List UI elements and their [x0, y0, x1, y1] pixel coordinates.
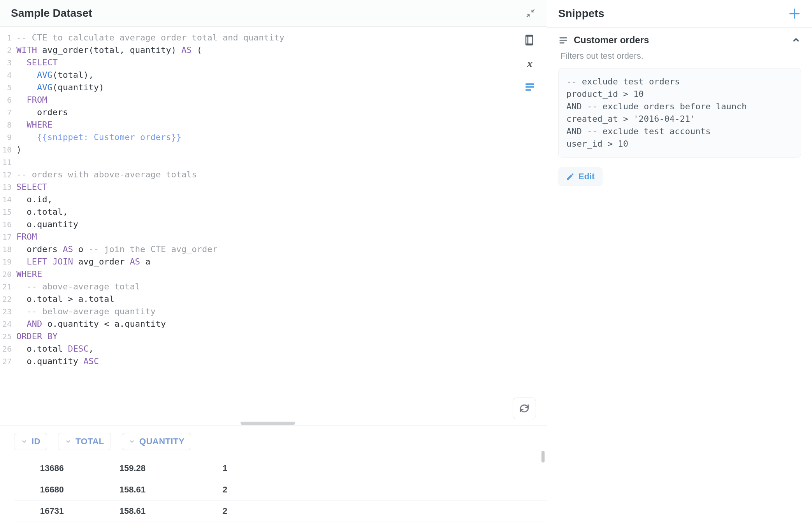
column-header-id[interactable]: ID [14, 433, 47, 450]
cell-quantity: 2 [169, 485, 227, 495]
variables-icon[interactable]: x [524, 57, 536, 70]
cell-total: 158.61 [87, 485, 146, 495]
code-line[interactable]: ) [16, 144, 500, 156]
cell-id: 16680 [17, 485, 64, 495]
chevron-down-icon [21, 438, 28, 445]
code-line[interactable]: WHERE [16, 119, 500, 131]
horizontal-scrollbar[interactable] [0, 422, 547, 426]
snippet-name: Customer orders [574, 35, 649, 46]
sql-editor[interactable]: 1234567891011121314151617181920212223242… [0, 27, 547, 424]
column-header-label: ID [32, 436, 40, 447]
vertical-scrollbar[interactable] [541, 451, 545, 462]
snippet-code: -- exclude test orders product_id > 10 A… [558, 68, 801, 158]
svg-rect-0 [526, 83, 534, 85]
edit-button-label: Edit [578, 172, 595, 182]
editor-header: Sample Dataset [0, 0, 547, 27]
column-header-quantity[interactable]: QUANTITY [122, 433, 191, 450]
code-line[interactable]: o.total > a.total [16, 293, 500, 305]
chevron-down-icon [65, 438, 72, 445]
code-line[interactable] [16, 156, 500, 168]
cell-quantity: 1 [169, 463, 227, 473]
code-line[interactable]: LEFT JOIN avg_order AS a [16, 256, 500, 268]
code-line[interactable]: orders AS o -- join the CTE avg_order [16, 243, 500, 256]
svg-rect-2 [526, 89, 531, 91]
code-line[interactable]: -- above-average total [16, 280, 500, 293]
code-line[interactable]: o.total DESC, [16, 343, 500, 355]
svg-rect-5 [559, 42, 564, 43]
dataset-title: Sample Dataset [11, 7, 92, 19]
snippets-header: Snippets [547, 0, 812, 28]
table-row[interactable]: 16731158.612 [14, 501, 547, 522]
code-line[interactable]: o.total, [16, 206, 500, 218]
column-headers: IDTOTALQUANTITY [14, 433, 547, 450]
editor-toolbar: x [524, 34, 536, 93]
code-line[interactable]: AVG(quantity) [16, 81, 500, 94]
code-line[interactable]: o.quantity [16, 218, 500, 231]
snippet-item: Customer orders Filters out test orders.… [547, 28, 812, 186]
results-pane: IDTOTALQUANTITY 13686159.28116680158.612… [0, 426, 547, 522]
snippets-pane: Snippets Customer orders Filters out t [547, 0, 812, 522]
code-line[interactable]: SELECT [16, 181, 500, 193]
cell-total: 159.28 [87, 463, 146, 473]
code-line[interactable]: orders [16, 106, 500, 119]
column-header-label: TOTAL [76, 436, 104, 447]
code-line[interactable]: WHERE [16, 268, 500, 280]
code-line[interactable]: AVG(total), [16, 69, 500, 81]
table-row[interactable]: 16680158.612 [14, 479, 547, 501]
svg-rect-3 [559, 37, 567, 38]
cell-quantity: 2 [169, 506, 227, 516]
code-line[interactable]: AND o.quantity < a.quantity [16, 318, 500, 330]
code-line[interactable]: FROM [16, 94, 500, 106]
cell-id: 13686 [17, 463, 64, 473]
snippets-icon[interactable] [524, 81, 536, 93]
cell-id: 16731 [17, 506, 64, 516]
code-line[interactable]: -- CTE to calculate average order total … [16, 32, 500, 44]
code-line[interactable]: SELECT [16, 56, 500, 69]
contract-icon[interactable] [525, 8, 536, 19]
snippet-header[interactable]: Customer orders [558, 35, 801, 46]
chevron-down-icon [128, 438, 135, 445]
svg-rect-4 [559, 40, 567, 41]
code-line[interactable]: ORDER BY [16, 330, 500, 343]
snippets-title: Snippets [558, 7, 604, 20]
code-line[interactable]: o.quantity ASC [16, 355, 500, 368]
snippet-description: Filters out test orders. [561, 51, 799, 61]
chevron-up-icon[interactable] [791, 35, 801, 45]
results-rows: 13686159.28116680158.61216731158.612 [14, 458, 547, 522]
column-header-total[interactable]: TOTAL [58, 433, 111, 450]
snippet-lines-icon [558, 35, 568, 45]
svg-rect-1 [526, 86, 534, 88]
data-reference-icon[interactable] [524, 34, 536, 46]
run-query-button[interactable] [513, 398, 536, 419]
add-snippet-button[interactable] [788, 7, 801, 20]
code-line[interactable]: o.id, [16, 193, 500, 206]
column-header-label: QUANTITY [139, 436, 185, 447]
code-line[interactable]: FROM [16, 231, 500, 243]
code-line[interactable]: -- orders with above-average totals [16, 168, 500, 181]
edit-snippet-button[interactable]: Edit [558, 167, 603, 186]
table-row[interactable]: 13686159.281 [14, 458, 547, 479]
code-area[interactable]: -- CTE to calculate average order total … [16, 32, 547, 368]
editor-pane: Sample Dataset 1234567891011121314151617… [0, 0, 547, 522]
cell-total: 158.61 [87, 506, 146, 516]
code-line[interactable]: -- below-average quantity [16, 305, 500, 318]
line-number-gutter: 1234567891011121314151617181920212223242… [0, 32, 16, 368]
code-line[interactable]: WITH avg_order(total, quantity) AS ( [16, 44, 500, 56]
code-line[interactable]: {{snippet: Customer orders}} [16, 131, 500, 144]
